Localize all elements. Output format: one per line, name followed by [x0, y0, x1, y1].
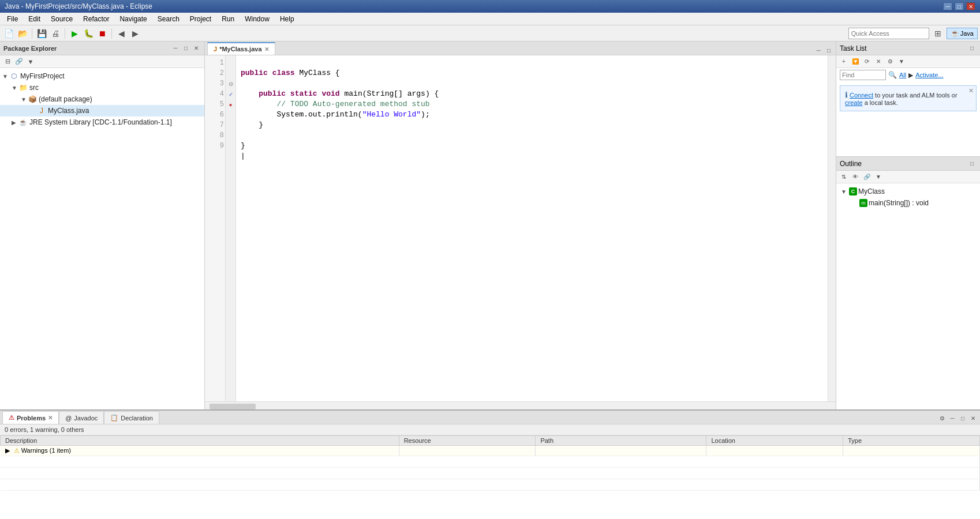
minimize-button[interactable]: ─	[943, 2, 952, 10]
outline-hide-button[interactable]: 👁	[850, 172, 861, 182]
menu-window[interactable]: Window	[240, 14, 274, 24]
save-button[interactable]: 💾	[35, 27, 48, 40]
menu-file[interactable]: File	[2, 14, 23, 24]
stop-button[interactable]: ⏹	[96, 27, 109, 40]
default-package-label: (default package)	[39, 95, 92, 103]
task-find-input[interactable]	[840, 70, 886, 80]
javadoc-tab-label: Javadoc	[74, 415, 98, 422]
mylyn-close-button[interactable]: ✕	[968, 87, 974, 95]
run-button[interactable]: ▶	[68, 27, 81, 40]
editor-tab-myclass[interactable]: J *MyClass.java ✕	[207, 42, 275, 55]
task-find-area: 🔍 All ▶ Activate...	[836, 68, 980, 82]
project-icon: ⬡	[9, 72, 18, 81]
outline-item-myclass[interactable]: ▼ C MyClass	[839, 186, 978, 197]
close-button[interactable]: ✕	[966, 2, 975, 10]
problems-minimize[interactable]: ─	[948, 413, 957, 423]
menu-source[interactable]: Source	[46, 14, 77, 24]
gutter-1	[226, 58, 235, 68]
menu-refactor[interactable]: Refactor	[78, 14, 114, 24]
print-button[interactable]: 🖨	[49, 27, 62, 40]
outline-menu-button[interactable]: ▼	[873, 172, 884, 182]
problems-tab-close[interactable]: ✕	[48, 415, 53, 421]
task-all-option[interactable]: All	[899, 72, 906, 79]
menu-navigate[interactable]: Navigate	[115, 14, 151, 24]
table-row[interactable]: ▶ ⚠ Warnings (1 item)	[1, 446, 980, 456]
open-button[interactable]: 📂	[16, 27, 29, 40]
problems-maximize[interactable]: □	[958, 413, 967, 423]
window-title: Java - MyFirstProject/src/MyClass.java -…	[5, 2, 152, 10]
expand-icon-myclass	[30, 108, 37, 114]
gutter-3[interactable]: ⊖	[226, 78, 235, 89]
col-resource[interactable]: Resource	[399, 436, 536, 446]
package-explorer-title: Package Explorer	[3, 45, 57, 52]
row-description: ▶ ⚠ Warnings (1 item)	[1, 446, 399, 456]
hscroll-thumb[interactable]	[210, 404, 256, 409]
tree-item-myclass[interactable]: J MyClass.java	[0, 105, 204, 116]
outline-sort-button[interactable]: ⇅	[839, 172, 849, 182]
editor-scrollbar[interactable]	[828, 55, 836, 401]
perspective-list-button[interactable]: ⊞	[932, 27, 944, 40]
task-delete-button[interactable]: ✕	[873, 57, 884, 67]
col-type[interactable]: Type	[843, 436, 980, 446]
col-description[interactable]: Description	[1, 436, 399, 446]
menu-search[interactable]: Search	[153, 14, 184, 24]
forward-button[interactable]: ▶	[129, 27, 141, 40]
task-menu-button[interactable]: ▼	[896, 57, 907, 67]
menu-edit[interactable]: Edit	[24, 14, 45, 24]
expand-warning[interactable]: ▶	[5, 447, 10, 454]
task-activate-option[interactable]: Activate...	[915, 72, 943, 79]
editor-area: J *MyClass.java ✕ ─ □ 1 2 3 4 5 6 7	[205, 42, 836, 409]
javadoc-icon: @	[65, 415, 72, 422]
tab-declaration[interactable]: 📋 Declaration	[104, 411, 159, 424]
minimize-editor-button[interactable]: ─	[814, 46, 823, 55]
gutter-7	[226, 120, 235, 130]
back-button[interactable]: ◀	[115, 27, 128, 40]
menu-run[interactable]: Run	[217, 14, 239, 24]
outline-header: Outline ─ □ ✕	[836, 157, 980, 171]
tree-item-src[interactable]: ▼ 📁 src	[0, 82, 204, 93]
tab-close-button[interactable]: ✕	[264, 46, 269, 52]
java-perspective-button[interactable]: ☕ Java	[947, 28, 978, 39]
tree-item-project[interactable]: ▼ ⬡ MyFirstProject	[0, 70, 204, 82]
maximize-button[interactable]: □	[955, 2, 964, 10]
quick-access-input[interactable]	[848, 28, 929, 39]
outline-link-button[interactable]: 🔗	[862, 172, 872, 182]
tab-problems[interactable]: ⚠ Problems ✕	[2, 411, 59, 424]
outline-maximize[interactable]: □	[967, 159, 977, 168]
editor-hscroll[interactable]	[205, 401, 836, 409]
connect-text: to your task and ALM tools or	[875, 92, 957, 99]
collapse-all-button[interactable]: ⊟	[2, 57, 13, 67]
link-editor-button[interactable]: 🔗	[14, 57, 24, 67]
task-filter-button[interactable]: 🔽	[850, 57, 861, 67]
problems-settings-button[interactable]: ⚙	[937, 413, 947, 423]
task-new-button[interactable]: +	[839, 57, 849, 67]
explorer-menu-button[interactable]: ▼	[25, 57, 36, 67]
close-explorer-button[interactable]: ✕	[192, 44, 201, 53]
code-editor[interactable]: public class MyClass { public static voi…	[236, 55, 828, 401]
debug-button[interactable]: 🐛	[82, 27, 95, 40]
menu-help[interactable]: Help	[275, 14, 299, 24]
toolbar: 📄 📂 💾 🖨 ▶ 🐛 ⏹ ◀ ▶ ⊞ ☕ Java	[0, 25, 980, 42]
tab-javadoc[interactable]: @ Javadoc	[59, 411, 104, 424]
outline-item-main[interactable]: m main(String[]) : void	[839, 197, 978, 209]
task-settings-button[interactable]: ⚙	[885, 57, 895, 67]
maximize-editor-button[interactable]: □	[824, 46, 833, 55]
minimize-explorer-button[interactable]: ─	[171, 44, 180, 53]
task-list-title: Task List	[840, 44, 867, 52]
col-location[interactable]: Location	[706, 436, 843, 446]
java-perspective-icon: ☕	[951, 29, 959, 37]
problems-close[interactable]: ✕	[968, 413, 978, 423]
connect-link[interactable]: Connect	[850, 92, 873, 99]
tab-icon: J	[214, 46, 217, 52]
menu-project[interactable]: Project	[185, 14, 216, 24]
task-list-maximize[interactable]: □	[967, 44, 977, 53]
col-path[interactable]: Path	[536, 436, 706, 446]
create-link[interactable]: create	[845, 99, 863, 106]
maximize-explorer-button[interactable]: □	[181, 44, 190, 53]
tree-item-jre[interactable]: ▶ ☕ JRE System Library [CDC-1.1/Foundati…	[0, 116, 204, 128]
expand-icon-jre: ▶	[12, 119, 18, 126]
toolbar-sep-3	[111, 28, 112, 39]
tree-item-default-package[interactable]: ▼ 📦 (default package)	[0, 93, 204, 105]
task-sync-button[interactable]: ⟳	[862, 57, 872, 67]
new-button[interactable]: 📄	[2, 27, 15, 40]
